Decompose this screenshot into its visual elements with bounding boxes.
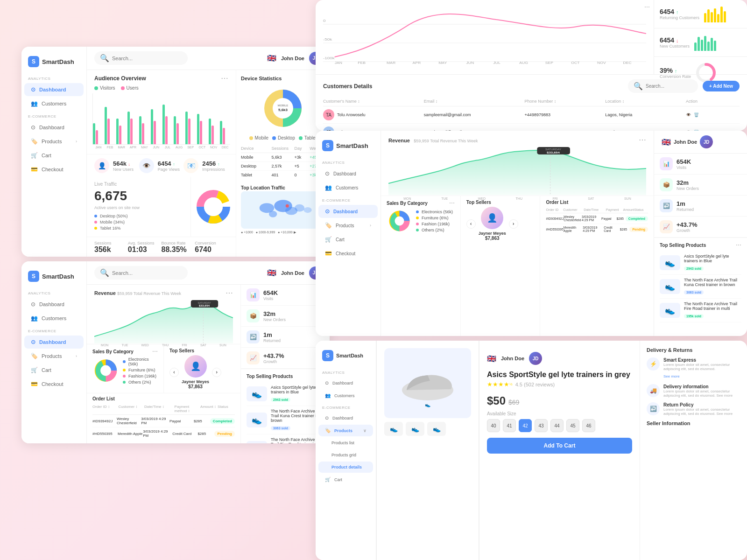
sidebar-subitem-product-details[interactable]: Product details [318,462,373,473]
search-input[interactable] [112,56,182,61]
sidebar-item-customers[interactable]: 👥 Customers [24,97,84,110]
sidebar-item-cart[interactable]: 🛒 Cart [318,474,373,485]
size-46[interactable]: 46 [582,419,595,432]
size-42[interactable]: 42 [519,419,532,432]
product-thumbnail: 👟 [247,386,267,401]
sidebar-subitem-products-grid[interactable]: Products grid [318,449,373,461]
new-customers-value: 6454 ↓ [660,36,690,44]
product-item: 👟 The North Face Archive Trail Kuna Cres… [247,406,324,434]
sidebar-item-checkout[interactable]: 💳 Checkout [318,247,378,260]
app-name: SmartDash [42,58,74,65]
add-to-cart-button[interactable]: Add To Cart [487,438,632,454]
sidebar-item-customers[interactable]: 👥 Customers [318,181,378,194]
growth-label: Growth [677,228,697,233]
search-box[interactable]: 🔍 [94,51,188,65]
product-name: The North Face Archive Trail Fire Road t… [684,301,741,311]
bar-group [162,105,173,144]
delete-icon[interactable]: 🗑️ [694,112,699,117]
sidebar-item-cart[interactable]: 🛒 Cart [24,364,84,377]
bar-group [105,107,115,144]
sidebar-subitem-products-list[interactable]: Products list [318,437,373,448]
more-options-icon[interactable]: ⋯ [221,74,228,83]
user-name: John Doe [281,270,304,276]
prev-seller-btn[interactable]: ‹ [169,368,179,377]
size-43[interactable]: 43 [535,419,548,432]
sidebar-item-ec-dashboard[interactable]: ⊙ Dashboard [318,412,373,424]
bar [209,119,211,144]
bar-group [174,116,184,144]
avatar: JD [529,352,542,365]
growth-icon: 📈 [660,220,673,233]
delivery-icon: 🚚 [647,384,660,397]
search-input[interactable] [112,270,182,276]
bar [127,112,130,144]
sidebar-item-dashboard[interactable]: ⊙ Dashboard [318,167,378,180]
sidebar-item-products[interactable]: 🏷️ Products › [24,350,84,363]
size-45[interactable]: 45 [566,419,579,432]
desktop-traffic: Desktop (50%) [94,214,183,218]
next-seller-btn[interactable]: › [212,368,221,377]
sidebar-item-ec-dashboard[interactable]: ⊙ Dashboard [318,205,378,218]
sidebar-item-label: Customers [42,101,66,106]
sidebar-item-dashboard[interactable]: ⊙ Dashboard [24,83,84,96]
revenue-line-section: ⋯ 0 -50k -100k JAN FEB MAR APR MAY JUN J… [316,0,654,74]
revenue-more-icon[interactable]: ⋯ [226,288,233,297]
search-icon: 🔍 [100,268,109,277]
sidebar-item-checkout[interactable]: 💳 Checkout [24,163,84,176]
live-traffic: Live Traffic 6,675 Active users on site … [87,177,191,237]
search-box[interactable]: 🔍 [94,266,188,280]
sidebar-item-products[interactable]: 🏷️ Products › [24,135,84,148]
returned-value: 1m [677,200,694,207]
revenue-more-icon[interactable]: ⋯ [639,135,646,144]
sidebar-item-customers[interactable]: 👥 Customers [318,390,373,401]
status-badge: Pending [214,431,235,437]
size-44[interactable]: 44 [550,419,564,432]
customer-search-box[interactable]: 🔍 [628,79,698,93]
prev-btn[interactable]: ‹ [466,219,476,229]
x-axis-labels: MON TUE WED THU FRI SAT SUN [94,343,233,347]
more-icon[interactable]: ⋯ [736,242,741,248]
thumbnail-2[interactable]: 👟 [406,422,424,436]
device-pie-legend: Mobile Desktop Tablet [241,135,325,140]
next-btn[interactable]: › [509,219,518,229]
product-item: 👟 The North Face Archive Trail Fire Road… [660,299,741,322]
view-icon[interactable]: 👁️ [686,112,691,117]
card3-customers: ⋯ 0 -50k -100k JAN FEB MAR APR MAY JUN J… [316,0,747,131]
sidebar-item-label: Dashboard [39,125,64,130]
sidebar-item-cart[interactable]: 🛒 Cart [24,149,84,162]
svg-text:NOV: NOV [597,61,606,65]
sidebar-item-customers[interactable]: 👥 Customers [24,312,84,325]
sidebar-item-checkout[interactable]: 💳 Checkout [24,378,84,391]
sidebar-item-products[interactable]: 🏷️ Products › [318,219,378,232]
bar [105,107,107,144]
thumbnail-3[interactable]: 👟 [427,422,446,436]
sidebar-item-dashboard[interactable]: ⊙ Dashboard [24,298,84,311]
sidebar-item-ec-dashboard[interactable]: ⊙ Dashboard [24,336,84,349]
svg-text:JUN: JUN [466,61,474,65]
bar-group [139,116,149,144]
chart-more-icon[interactable]: ⋯ [644,4,650,10]
sidebar-item-ec-dashboard[interactable]: ⊙ Dashboard [24,121,84,134]
customer-search-input[interactable] [646,84,692,89]
bar [223,128,225,144]
sidebar-item-cart[interactable]: 🛒 Cart [318,233,378,246]
more-icon[interactable]: ⋯ [449,200,455,206]
returned-label: Returned [263,338,281,343]
device-stats-title: Device Statistics [241,76,282,81]
sidebar-item-label: Cart [42,153,51,158]
page-views-label: Page Views [158,167,180,172]
customer-avatar: JD [323,126,334,131]
bar [96,130,98,144]
size-40[interactable]: 40 [487,419,500,432]
bar-group [151,109,161,144]
sidebar-item-dashboard[interactable]: ⊙ Dashboard [318,377,373,389]
sidebar-item-products[interactable]: 🏷️ Products ∨ [318,425,373,436]
sales-more-icon[interactable]: ⋯ [152,348,158,355]
size-41[interactable]: 41 [503,419,516,432]
sold-badge: 2943 sold [271,398,290,402]
thumbnail-1[interactable]: 👟 [384,422,403,436]
sold-badge: 2943 sold [684,266,704,271]
see-more-link[interactable]: See more [663,374,680,378]
add-new-button[interactable]: + Add New [703,81,740,91]
table-row: JD John Doe sampleemail@gmail.com +44989… [323,124,740,131]
